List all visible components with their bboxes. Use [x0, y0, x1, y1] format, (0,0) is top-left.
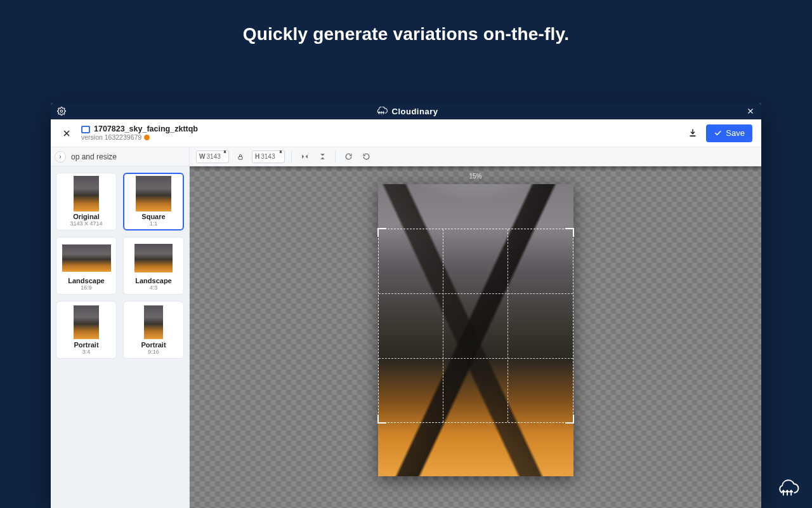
- preset-landscape-43[interactable]: Landscape4:3: [123, 237, 184, 295]
- preset-portrait-916[interactable]: Portrait9:16: [123, 301, 184, 359]
- preset-name: Original: [73, 213, 100, 220]
- width-input[interactable]: W 3143 ▲▼: [196, 150, 229, 163]
- close-button[interactable]: [60, 126, 74, 140]
- preset-thumb: [136, 176, 171, 211]
- preset-landscape-169[interactable]: Landscape16:9: [56, 237, 117, 295]
- preset-original-31434714[interactable]: Original3143 X 4714: [56, 173, 117, 231]
- file-version: version 1632239679: [81, 134, 141, 142]
- canvas-area[interactable]: 15%: [190, 166, 761, 508]
- file-meta: 1707823_sky_facing_zkttqb version 163223…: [81, 125, 198, 141]
- editor-header: 1707823_sky_facing_zkttqb version 163223…: [51, 119, 761, 147]
- crop-box[interactable]: [378, 229, 573, 423]
- preset-thumb: [74, 176, 99, 211]
- preset-ratio: 1:1: [150, 220, 158, 227]
- height-value: 3143: [261, 153, 275, 160]
- preset-thumb: [74, 305, 99, 339]
- rotate-left-icon[interactable]: [360, 150, 372, 163]
- divider: [291, 151, 292, 163]
- preset-thumb: [62, 244, 111, 272]
- preset-name: Landscape: [135, 277, 171, 284]
- titlebar: Cloudinary: [51, 103, 761, 119]
- preset-name: Landscape: [68, 277, 104, 284]
- preset-square-11[interactable]: Square1:1: [123, 173, 184, 231]
- preset-portrait-34[interactable]: Portrait3:4: [56, 301, 117, 359]
- download-button[interactable]: [686, 126, 700, 140]
- image-file-icon: [81, 126, 90, 133]
- marketing-headline: Quickly generate variations on-the-fly.: [0, 0, 812, 44]
- preset-thumb: [134, 244, 173, 272]
- crop-handle-bl[interactable]: [377, 415, 386, 424]
- rotate-right-icon[interactable]: [342, 150, 355, 163]
- file-name: 1707823_sky_facing_zkttqb: [94, 125, 198, 134]
- lock-aspect-icon[interactable]: [234, 150, 247, 163]
- window-close-icon[interactable]: [746, 107, 755, 116]
- svg-rect-1: [690, 135, 696, 137]
- preset-ratio: 3143 X 4714: [70, 220, 102, 227]
- width-label: W: [199, 153, 205, 160]
- preset-ratio: 9:16: [148, 349, 159, 355]
- zoom-level: 15%: [469, 173, 481, 180]
- svg-point-0: [60, 110, 63, 112]
- width-value: 3143: [206, 153, 220, 160]
- save-button-label: Save: [726, 128, 745, 138]
- subtoolbar: op and resize W 3143 ▲▼ H 3143 ▲▼: [51, 147, 761, 166]
- panel-header: op and resize: [51, 147, 190, 166]
- crop-handle-br[interactable]: [565, 415, 574, 424]
- presets-sidebar: Original3143 X 4714Square1:1Landscape16:…: [51, 166, 190, 508]
- collapse-panel-button[interactable]: [55, 151, 66, 163]
- editor-main: Original3143 X 4714Square1:1Landscape16:…: [51, 166, 761, 508]
- preset-ratio: 4:3: [150, 284, 158, 291]
- panel-title: op and resize: [71, 152, 117, 161]
- brand-text: Cloudinary: [392, 107, 438, 116]
- preset-grid: Original3143 X 4714Square1:1Landscape16:…: [56, 173, 184, 359]
- brand-logo: Cloudinary: [374, 107, 438, 116]
- svg-rect-2: [239, 156, 242, 159]
- preset-ratio: 16:9: [81, 284, 92, 291]
- cloudinary-watermark-icon: [774, 479, 801, 500]
- flip-horizontal-icon[interactable]: [298, 150, 311, 163]
- unsaved-indicator-icon: [144, 135, 150, 140]
- preset-name: Square: [141, 213, 165, 220]
- gear-icon[interactable]: [57, 107, 66, 116]
- height-label: H: [255, 153, 259, 160]
- divider: [335, 151, 336, 163]
- crop-handle-tr[interactable]: [565, 228, 574, 237]
- height-input[interactable]: H 3143 ▲▼: [252, 150, 285, 163]
- preset-ratio: 3:4: [82, 349, 91, 355]
- save-button[interactable]: Save: [706, 124, 752, 142]
- preset-name: Portrait: [141, 341, 166, 349]
- preset-name: Portrait: [74, 341, 98, 349]
- flip-vertical-icon[interactable]: [316, 150, 329, 163]
- app-window: Cloudinary 1707823_sky_facing_zkttqb ver…: [51, 103, 761, 508]
- preset-thumb: [144, 305, 163, 339]
- crop-handle-tl[interactable]: [377, 228, 386, 237]
